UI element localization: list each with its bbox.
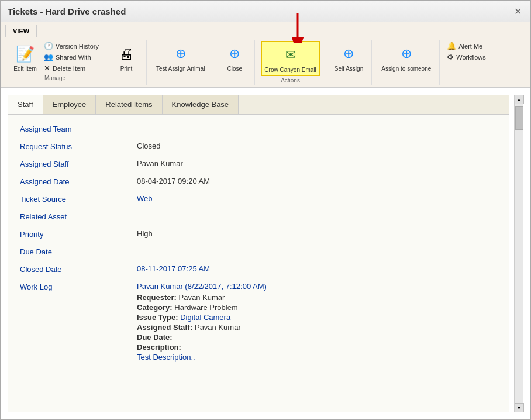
work-log-description: Description: [137, 343, 497, 352]
edit-item-label: Edit Item [13, 66, 36, 73]
workflows-button[interactable]: ⚙ Workflows [446, 52, 487, 62]
version-history-button[interactable]: 🕐 Version History [43, 41, 100, 51]
tab-related-items[interactable]: Related Items [96, 95, 162, 114]
work-log-due-date-label: Due Date: [137, 333, 173, 342]
request-status-value: Closed [137, 142, 497, 150]
red-arrow-indicator [280, 11, 315, 43]
scroll-track [515, 104, 523, 403]
self-assign-icon: ⊕ [337, 42, 360, 66]
main-window: Tickets - Hard Drive crashed ✕ VIEW 📝 Ed… [0, 0, 531, 420]
close-ticket-label: Close [227, 66, 243, 73]
shared-with-button[interactable]: 👥 Shared With [43, 52, 100, 62]
ribbon-group-manage-items: 📝 Edit Item 🕐 Version History 👥 Shared W… [10, 41, 100, 74]
window-close-button[interactable]: ✕ [512, 5, 523, 17]
ribbon-group-test-assign: ⊕ Test Assign Animal [148, 40, 213, 85]
delete-item-button[interactable]: ✕ Delete Item [43, 63, 100, 73]
work-log-label: Work Log [20, 282, 137, 291]
crow-canyon-label: Crow Canyon Email [264, 67, 316, 74]
assigned-staff-value: Pavan Kumar [137, 159, 497, 168]
window-title: Tickets - Hard Drive crashed [8, 6, 126, 16]
work-log-requester-value: Pavan Kumar [179, 293, 225, 302]
scroll-up-button[interactable]: ▲ [515, 95, 524, 104]
closed-date-label: Closed Date [20, 264, 137, 274]
test-assign-icon: ⊕ [169, 42, 192, 66]
actions-label: Actions [281, 77, 300, 84]
assign-someone-button[interactable]: ⊕ Assign to someone [378, 41, 435, 74]
shared-with-label: Shared With [56, 54, 91, 61]
work-log-detail: Requester: Pavan Kumar Category: Hardwar… [137, 293, 497, 362]
assigned-team-label: Assigned Team [20, 124, 137, 133]
tab-employee[interactable]: Employee [43, 95, 96, 114]
priority-label: Priority [20, 229, 137, 239]
tabs-bar: Staff Employee Related Items Knowledge B… [8, 95, 509, 115]
work-log-category-label: Category: [137, 303, 173, 312]
print-button[interactable]: 🖨 Print [111, 41, 142, 74]
work-log-due-date: Due Date: [137, 333, 497, 342]
assigned-staff-label: Assigned Staff [20, 159, 137, 168]
assign-someone-label: Assign to someone [381, 66, 431, 73]
crow-canyon-icon: ✉ [279, 43, 302, 67]
close-ticket-icon: ⊕ [223, 42, 246, 66]
assigned-date-value: 08-04-2017 09:20 AM [137, 177, 497, 185]
work-log-issue-type: Issue Type: Digital Camera [137, 313, 497, 322]
alert-me-label: Alert Me [458, 43, 482, 50]
ribbon-group-assign-someone: ⊕ Assign to someone [373, 40, 440, 85]
work-log-category-value: Hardware Problem [174, 303, 237, 312]
tab-content-staff: Assigned Team Request Status Closed Assi… [8, 115, 509, 378]
ribbon-group-manage: 📝 Edit Item 🕐 Version History 👥 Shared W… [5, 40, 105, 85]
self-assign-label: Self Assign [335, 66, 363, 73]
work-log-issue-type-value: Digital Camera [180, 313, 230, 322]
ribbon-group-crow-canyon: ✉ Crow Canyon Email Actions [256, 40, 325, 85]
version-history-label: Version History [56, 43, 99, 50]
alerts-small-group: 🔔 Alert Me ⚙ Workflows [446, 41, 487, 62]
tab-knowledge-base[interactable]: Knowledge Base [163, 95, 239, 114]
print-label: Print [120, 66, 133, 73]
print-icon: 🖨 [115, 42, 138, 66]
ribbon-content: 📝 Edit Item 🕐 Version History 👥 Shared W… [1, 37, 530, 87]
priority-value: High [137, 229, 497, 238]
workflows-label: Workflows [456, 54, 486, 61]
field-row-closed-date: Closed Date 08-11-2017 07:25 AM [20, 264, 497, 277]
alert-me-button[interactable]: 🔔 Alert Me [446, 41, 487, 51]
field-row-related-asset: Related Asset [20, 212, 497, 225]
work-log-assigned-staff-label: Assigned Staff: [137, 323, 192, 332]
ribbon-group-alerts: 🔔 Alert Me ⚙ Workflows [441, 40, 492, 85]
content-area: Staff Employee Related Items Knowledge B… [1, 88, 530, 419]
scroll-thumb[interactable] [515, 106, 523, 130]
assigned-date-label: Assigned Date [20, 177, 137, 186]
ticket-source-label: Ticket Source [20, 194, 137, 204]
crow-canyon-email-button[interactable]: ✉ Crow Canyon Email [261, 41, 319, 76]
work-log-assigned-staff: Assigned Staff: Pavan Kumar [137, 323, 497, 332]
ribbon-tab-view[interactable]: VIEW [5, 25, 37, 37]
ribbon-group-self-assign: ⊕ Self Assign [326, 40, 372, 85]
work-log-issue-type-label: Issue Type: [137, 313, 178, 322]
field-row-assigned-team: Assigned Team [20, 124, 497, 137]
scroll-down-button[interactable]: ▼ [515, 403, 524, 412]
edit-item-icon: 📝 [13, 42, 37, 66]
main-panel: Staff Employee Related Items Knowledge B… [8, 95, 509, 412]
test-assign-animal-button[interactable]: ⊕ Test Assign Animal [153, 41, 208, 74]
field-row-priority: Priority High [20, 229, 497, 242]
field-row-ticket-source: Ticket Source Web [20, 194, 497, 207]
work-log-content: Pavan Kumar (8/22/2017, 7:12:00 AM) Requ… [137, 282, 497, 364]
closed-date-value: 08-11-2017 07:25 AM [137, 264, 497, 273]
field-row-due-date: Due Date [20, 247, 497, 260]
request-status-label: Request Status [20, 142, 137, 151]
work-log-requester-label: Requester: [137, 293, 177, 302]
field-row-assigned-date: Assigned Date 08-04-2017 09:20 AM [20, 177, 497, 190]
tab-staff[interactable]: Staff [8, 95, 43, 114]
ticket-source-value: Web [137, 194, 497, 203]
self-assign-button[interactable]: ⊕ Self Assign [331, 41, 367, 74]
edit-item-button[interactable]: 📝 Edit Item [10, 41, 40, 74]
due-date-label: Due Date [20, 247, 137, 256]
close-ticket-button[interactable]: ⊕ Close [219, 41, 250, 74]
work-log-description-value: Test Description.. [137, 353, 195, 362]
work-log-entry-title[interactable]: Pavan Kumar (8/22/2017, 7:12:00 AM) [137, 282, 497, 291]
shared-with-icon: 👥 [44, 53, 53, 61]
work-log-category: Category: Hardware Problem [137, 303, 497, 312]
ribbon-tab-bar: VIEW [1, 22, 530, 37]
scrollbar: ▲ ▼ [514, 95, 523, 412]
ribbon-group-print: 🖨 Print [106, 40, 147, 85]
ribbon: VIEW 📝 Edit Item 🕐 Version History [1, 22, 530, 88]
alert-me-icon: 🔔 [447, 42, 456, 50]
